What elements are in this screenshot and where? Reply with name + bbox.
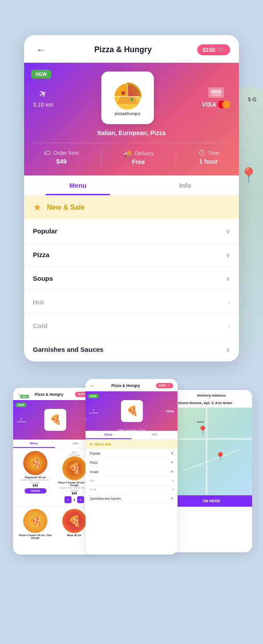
mini-delivery-center: DeliveryFree bbox=[129, 433, 137, 438]
hero-payment: VISA bbox=[202, 87, 230, 108]
section-header-hot[interactable]: Hot › bbox=[24, 290, 239, 314]
distance-value: 3,10 km bbox=[33, 101, 53, 108]
mini-section-label-garnishes: Garnishes and Sauces bbox=[90, 497, 121, 500]
hero-divider bbox=[33, 143, 230, 143]
pizza-price-1: $45 bbox=[17, 484, 54, 487]
mini-back-icon-center[interactable]: ← bbox=[90, 383, 95, 389]
mini-cart-btn-center[interactable]: $150 🛒 bbox=[156, 383, 173, 388]
section-header-garnishes[interactable]: Garnishes and Sauces ∨ bbox=[24, 338, 239, 361]
main-card: ← Pizza & Hungry $150 🛒 NEW ✈ 3,10 km bbox=[24, 35, 239, 361]
cart-button[interactable]: $150 🛒 bbox=[197, 44, 230, 55]
map-label-1: EAST bbox=[197, 421, 204, 423]
pizza-row-1: NEW 🍕 Pepperoni 40 cm Bacon, Ham, Chicke… bbox=[13, 448, 96, 506]
section-header-soups[interactable]: Soups ∨ bbox=[24, 267, 239, 290]
mini-section-popular[interactable]: Popular ∨ bbox=[85, 449, 178, 458]
delivery-label: Delivery bbox=[135, 150, 153, 157]
mini-cuisine-center: Italian, European, Pizza bbox=[89, 429, 174, 431]
cart-icon: 🛒 bbox=[218, 47, 225, 53]
chevron-down-icon: ∨ bbox=[226, 346, 230, 353]
delivery-info: 🚚 Delivery Free bbox=[123, 149, 153, 165]
mini-title-center: Pizza & Hungry bbox=[111, 383, 140, 388]
section-header-cold[interactable]: Cold › bbox=[24, 314, 239, 337]
mini-sale-center[interactable]: ★ New & Sale bbox=[85, 440, 178, 449]
section-title-hot: Hot bbox=[33, 298, 44, 306]
hero-info-row: 🏷 Order from $49 🚚 Delivery Free ⏱ Time bbox=[33, 149, 230, 167]
mini-logo-box-center: 🍕 bbox=[121, 400, 143, 422]
star-icon: ★ bbox=[33, 202, 42, 213]
order-from-value: $49 bbox=[56, 158, 66, 165]
order-from-label: Order from bbox=[53, 150, 79, 156]
svg-point-3 bbox=[128, 91, 131, 93]
section-garnishes: Garnishes and Sauces ∨ bbox=[24, 338, 239, 361]
section-title-pizza: Pizza bbox=[33, 251, 50, 258]
mini-pizza-icon: 🍕 bbox=[50, 414, 61, 426]
mini-section-garnishes[interactable]: Garnishes and Sauces ∨ bbox=[85, 494, 178, 503]
tab-bar: Menu Info bbox=[24, 175, 239, 196]
stepper-value: 1 bbox=[73, 498, 75, 502]
mini-dist-left: ✈3,10 km bbox=[17, 417, 26, 423]
mini-tab-menu-left[interactable]: Menu bbox=[13, 440, 55, 448]
pizza-img-3: 🍕 bbox=[23, 509, 47, 533]
section-title-cold: Cold bbox=[33, 322, 47, 329]
sale-label: New & Sale bbox=[47, 204, 85, 211]
pizza-img-1: 🍕 bbox=[23, 451, 47, 475]
new-and-sale-banner[interactable]: ★ New & Sale bbox=[24, 196, 239, 219]
info-divider-1 bbox=[101, 149, 101, 167]
mini-header-center: ← Pizza & Hungry $150 🛒 bbox=[85, 379, 178, 391]
info-divider-2 bbox=[176, 149, 176, 167]
payment-logos: VISA bbox=[202, 100, 230, 108]
section-header-popular[interactable]: Popular ∨ bbox=[24, 219, 239, 243]
map-pin-2: 📍 bbox=[215, 451, 226, 462]
mini-section-soups[interactable]: Soups ∨ bbox=[85, 467, 178, 476]
mini-hero-inner-center: ✈3,10 km 🍕 VISA bbox=[89, 395, 174, 427]
map-label-bg: 5 G bbox=[248, 97, 256, 103]
delivery-icon: 🚚 bbox=[123, 149, 132, 157]
chevron-down-icon: ∨ bbox=[226, 275, 230, 282]
pizza-name-3: Pizza 4 Tastes 30 cm, Thin Dough bbox=[17, 534, 54, 539]
map-pin-1: 📍 bbox=[197, 425, 208, 436]
mini-section-hot[interactable]: Hot › bbox=[85, 476, 178, 485]
section-title-garnishes: Garnishes and Sauces bbox=[33, 346, 103, 353]
back-button[interactable]: ← bbox=[33, 43, 49, 57]
mini-visa-center: VISA bbox=[166, 409, 174, 413]
tab-info[interactable]: Info bbox=[132, 175, 239, 195]
mini-chevron-soups: ∨ bbox=[171, 470, 173, 473]
chevron-right-icon: › bbox=[228, 322, 230, 329]
mini-tabs-left: Menu Info bbox=[13, 440, 96, 448]
pizza-item-3: 🍕 Pizza 4 Tastes 30 cm, Thin Dough bbox=[17, 509, 54, 539]
time-value: 1 hour bbox=[199, 158, 218, 165]
visa-logo: VISA bbox=[202, 101, 216, 108]
mini-chevron-pizza: ∨ bbox=[171, 461, 173, 464]
mini-title-left: Pizza & Hungry bbox=[35, 392, 64, 397]
restaurant-logo: pizza&hungry bbox=[101, 72, 154, 124]
section-cold: Cold › bbox=[24, 314, 239, 338]
pizza-img-4: 🍕 bbox=[62, 509, 86, 533]
hero-center-row: ✈ 3,10 km bbox=[33, 72, 230, 124]
map-pin-bg: 📍 bbox=[239, 167, 259, 185]
pizza-desc-1: Bacon, Ham, Chicken Breast, Sausage bbox=[17, 479, 54, 484]
mini-chevron-hot: › bbox=[172, 479, 173, 482]
mini-time-center: Time1 hour bbox=[157, 433, 164, 438]
svg-point-2 bbox=[131, 98, 133, 101]
stepper-minus[interactable]: − bbox=[64, 496, 71, 503]
mini-section-label-popular: Popular bbox=[90, 452, 100, 455]
app-title: Pizza & Hungry bbox=[94, 45, 152, 54]
mini-section-label-hot: Hot bbox=[90, 479, 95, 482]
mini-section-pizza[interactable]: Pizza ∨ bbox=[85, 458, 178, 467]
mini-new-badge-center: NEW bbox=[88, 394, 99, 398]
chevron-right-icon: › bbox=[228, 299, 230, 306]
section-pizza: Pizza ∨ bbox=[24, 243, 239, 267]
order-button-1[interactable]: ORDER bbox=[25, 488, 46, 494]
stepper-plus[interactable]: + bbox=[77, 496, 84, 503]
mini-hero-left: NEW ✈3,10 km 🍕 VISA bbox=[13, 400, 96, 440]
im-here-button[interactable]: I'M HERE bbox=[171, 495, 252, 507]
mini-hero-inner-left: ✈3,10 km 🍕 VISA bbox=[17, 404, 93, 436]
time-label: Time bbox=[208, 150, 219, 156]
section-header-pizza[interactable]: Pizza ∨ bbox=[24, 243, 239, 266]
map-visual: EAST 📍 📍 bbox=[171, 408, 252, 495]
new-badge: NEW bbox=[31, 70, 51, 79]
mini-section-cold[interactable]: Cold › bbox=[85, 485, 178, 494]
chevron-down-icon: ∨ bbox=[226, 251, 230, 258]
map-road-vertical bbox=[206, 408, 207, 495]
tab-menu[interactable]: Menu bbox=[24, 175, 132, 195]
